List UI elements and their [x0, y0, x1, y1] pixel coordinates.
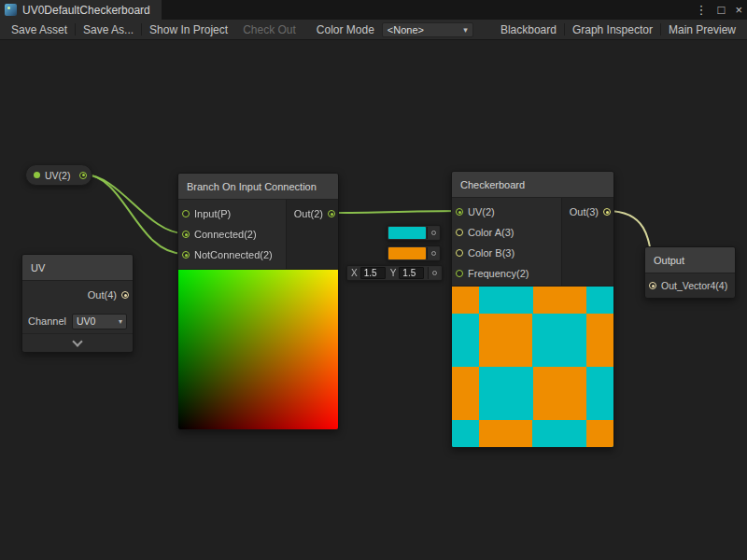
dot-icon: [431, 231, 436, 235]
color-a-field[interactable]: [387, 225, 441, 241]
uv-out-label: Out(4): [88, 289, 117, 301]
checker-cell: [452, 287, 479, 314]
checker-cell: [533, 367, 587, 420]
uv-node-title: UV: [22, 255, 133, 281]
branch-out-row: Out(2): [287, 203, 338, 224]
checker-cell: [586, 420, 613, 447]
port-checkerboard-out[interactable]: [603, 208, 611, 216]
channel-dropdown[interactable]: UV0 ▾: [72, 314, 127, 329]
property-dot-icon: [34, 172, 40, 178]
branch-output-column: Out(2): [286, 200, 338, 269]
blackboard-toggle-button[interactable]: Blackboard: [493, 20, 564, 40]
toolbar: Save Asset Save As... Show In Project Ch…: [0, 20, 747, 40]
branch-input-column: Input(P) Connected(2) NotConnected(2): [178, 200, 286, 269]
checker-cell: [586, 314, 613, 367]
port-checkerboard-colora[interactable]: [456, 229, 463, 236]
shader-graph-asset-icon: [5, 4, 17, 16]
edge-branchout-to-checker-uv[interactable]: [331, 211, 458, 213]
port-checkerboard-colorb[interactable]: [456, 249, 463, 257]
port-uv-out4[interactable]: [121, 291, 129, 299]
shader-graph-window: UV0DefaultCheckerboard ⋮ □ × Save Asset …: [0, 0, 747, 560]
color-mode-dropdown[interactable]: <None> ▾: [382, 22, 473, 37]
output-port-row: Out_Vector4(4): [645, 273, 735, 298]
dot-icon: [431, 251, 436, 256]
node-checkerboard[interactable]: Checkerboard UV(2) Color A(3) Color B(3): [451, 171, 614, 448]
node-uv[interactable]: UV Out(4) Channel UV0 ▾: [21, 254, 134, 353]
checker-cell: [452, 420, 479, 447]
freq-x-input[interactable]: 1.5: [360, 267, 386, 279]
checker-cell: [586, 367, 613, 420]
color-a-swatch[interactable]: [388, 227, 426, 239]
branch-notconnected-label: NotConnected(2): [194, 249, 273, 260]
frequency-connector-icon: [428, 267, 440, 279]
tab-uv0defaultcheckerboard[interactable]: UV0DefaultCheckerboard: [0, 0, 162, 20]
branch-node-preview: [178, 269, 338, 429]
checker-cell: [533, 420, 587, 447]
checkerboard-out-label: Out(3): [570, 206, 599, 217]
branch-connected-label: Connected(2): [194, 229, 257, 240]
branch-out-label: Out(2): [294, 208, 323, 219]
checker-cell: [479, 420, 533, 447]
chevron-down-icon: ▾: [119, 317, 122, 326]
node-branch-on-input-connection[interactable]: Branch On Input Connection Input(P) Conn…: [177, 173, 339, 430]
save-asset-button[interactable]: Save Asset: [4, 20, 75, 40]
toolbar-right-group: Blackboard Graph Inspector Main Preview: [493, 20, 743, 40]
color-mode-value: <None>: [388, 24, 424, 35]
color-b-swatch[interactable]: [388, 247, 426, 259]
checkerboard-node-title: Checkerboard: [452, 172, 613, 198]
edge-uvpill-to-notconnected[interactable]: [84, 175, 184, 254]
channel-value: UV0: [77, 315, 95, 327]
uv-out-row: Out(4): [22, 281, 133, 309]
checkerboard-colorb-label: Color B(3): [468, 247, 514, 259]
branch-notconnected-row: NotConnected(2): [178, 245, 286, 265]
channel-label: Channel: [28, 315, 69, 327]
window-controls: ⋮ □ ×: [696, 0, 742, 20]
checkerboard-out-row: Out(3): [562, 202, 613, 222]
dot-icon: [432, 271, 437, 275]
color-b-field[interactable]: [387, 245, 441, 261]
port-branch-input[interactable]: [182, 210, 190, 217]
port-checkerboard-uv[interactable]: [456, 208, 463, 216]
window-menu-icon[interactable]: ⋮: [696, 4, 708, 16]
check-out-button[interactable]: Check Out: [235, 20, 303, 40]
main-preview-toggle-button[interactable]: Main Preview: [661, 20, 743, 40]
checker-cell: [586, 287, 613, 314]
freq-y-input[interactable]: 1.5: [399, 267, 424, 279]
color-b-connector-icon: [427, 247, 439, 259]
tab-title: UV0DefaultCheckerboard: [22, 4, 150, 17]
checkerboard-frequency-row: Frequency(2): [452, 263, 561, 284]
node-output[interactable]: Output Out_Vector4(4): [644, 246, 736, 299]
save-as-button[interactable]: Save As...: [76, 20, 141, 40]
color-a-connector-icon: [427, 227, 439, 239]
collapse-preview-button[interactable]: [22, 333, 133, 352]
port-branch-out[interactable]: [328, 210, 335, 217]
checkerboard-uv-row: UV(2): [452, 202, 561, 222]
port-output-vector4[interactable]: [649, 282, 656, 289]
window-close-icon[interactable]: ×: [735, 4, 742, 16]
checkerboard-preview: [452, 286, 613, 447]
show-in-project-button[interactable]: Show In Project: [142, 20, 235, 40]
checkerboard-frequency-label: Frequency(2): [468, 268, 529, 279]
checker-cell: [452, 314, 479, 367]
checkerboard-colorb-row: Color B(3): [452, 243, 561, 263]
graph-canvas[interactable]: UV(2) UV Out(4) Channel UV0 ▾ Branc: [0, 40, 747, 560]
port-checkerboard-frequency[interactable]: [456, 270, 463, 277]
port-uvpill-out[interactable]: [79, 172, 87, 179]
branch-input-label: Input(P): [194, 208, 231, 219]
edge-uvpill-to-connected[interactable]: [84, 175, 184, 233]
port-branch-connected[interactable]: [182, 231, 190, 238]
node-uv2-pill[interactable]: UV(2): [25, 164, 92, 186]
checker-cell: [533, 314, 587, 367]
port-branch-notconnected[interactable]: [182, 251, 190, 259]
uv-gradient-green-layer: [178, 270, 338, 429]
uv-channel-row: Channel UV0 ▾: [22, 309, 133, 333]
checker-cell: [479, 314, 533, 367]
checker-cell: [479, 287, 533, 314]
window-maximize-icon[interactable]: □: [718, 4, 726, 16]
color-mode-label: Color Mode: [317, 23, 382, 36]
graph-inspector-toggle-button[interactable]: Graph Inspector: [565, 20, 660, 40]
branch-connected-row: Connected(2): [178, 224, 286, 245]
branch-node-title: Branch On Input Connection: [178, 174, 338, 200]
checker-cell: [479, 367, 533, 420]
checkerboard-output-column: Out(3): [561, 198, 613, 286]
